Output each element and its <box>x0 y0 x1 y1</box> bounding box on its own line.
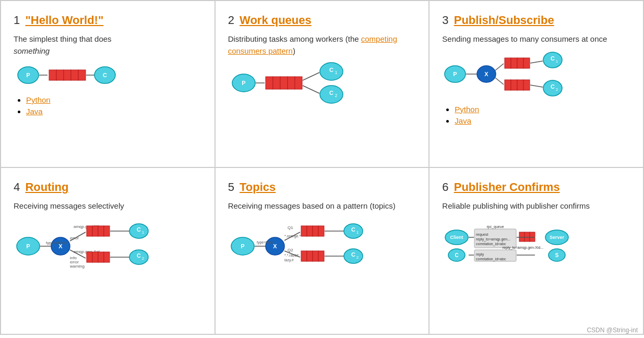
card-work-queues: 2 Work queues Distributing tasks among w… <box>215 1 430 167</box>
svg-text:C: C <box>351 226 355 233</box>
svg-rect-104 <box>313 251 318 261</box>
card-2-title: 2 Work queues <box>228 14 416 27</box>
svg-text:Server: Server <box>550 235 565 240</box>
svg-text:P: P <box>26 72 30 78</box>
card-1-java-link[interactable]: Java <box>26 107 43 116</box>
svg-text:warning: warning <box>69 264 85 269</box>
card-3-link[interactable]: Publish/Subscribe <box>454 14 554 27</box>
svg-rect-17 <box>273 77 280 89</box>
svg-rect-124 <box>519 232 524 242</box>
card-6-link[interactable]: Publisher Confirms <box>454 180 560 194</box>
svg-text:1: 1 <box>356 230 359 235</box>
svg-rect-99 <box>307 226 313 236</box>
svg-text:X: X <box>485 71 489 77</box>
svg-rect-103 <box>307 251 313 261</box>
card-4-number: 4 <box>14 180 20 194</box>
card-4-diagram: P X type=direct amqp.gen-59b... error am… <box>14 218 202 277</box>
svg-rect-73 <box>92 252 98 262</box>
svg-text:C: C <box>551 83 555 90</box>
svg-text:C: C <box>455 252 459 258</box>
svg-text:Q2: Q2 <box>288 248 293 252</box>
main-grid: 1 "Hello World!" The simplest thing that… <box>0 0 644 335</box>
card-4-link[interactable]: Routing <box>25 180 68 194</box>
svg-text:type=direct: type=direct <box>46 240 67 245</box>
svg-rect-102 <box>301 251 307 261</box>
svg-text:lazy.#: lazy.# <box>284 258 294 262</box>
svg-text:X: X <box>273 243 277 249</box>
svg-text:S: S <box>555 252 559 258</box>
card-publisher-confirms: 6 Publisher Confirms Reliable publishing… <box>429 167 643 334</box>
svg-rect-69 <box>92 226 98 236</box>
svg-text:request: request <box>476 233 488 237</box>
svg-rect-71 <box>104 226 110 236</box>
svg-text:rpc_queue: rpc_queue <box>487 225 504 229</box>
svg-text:1: 1 <box>142 230 145 235</box>
card-5-link[interactable]: Topics <box>240 180 276 194</box>
card-2-desc: Distributing tasks among workers (the co… <box>228 33 416 57</box>
card-5-desc: Receiving messages based on a pattern (t… <box>228 200 416 212</box>
svg-rect-72 <box>87 252 92 262</box>
svg-text:C: C <box>329 67 333 73</box>
card-3-java-link[interactable]: Java <box>455 116 471 125</box>
card-1-desc: The simplest thing that doessomething <box>14 33 202 57</box>
svg-rect-75 <box>104 252 110 262</box>
svg-text:C: C <box>551 55 555 62</box>
card-5-diagram: P X type=topic Q1 *.orange.* Q2 *.*.rabb… <box>228 218 416 277</box>
card-1-number: 1 <box>14 14 20 27</box>
card-3-diagram: P X <box>442 51 630 100</box>
svg-rect-8 <box>78 70 86 80</box>
card-topics: 5 Topics Receiving messages based on a p… <box>215 167 430 334</box>
svg-text:Q1: Q1 <box>288 225 293 230</box>
svg-rect-4 <box>49 70 56 80</box>
svg-text:reply_to=amqp.gen-Xid...: reply_to=amqp.gen-Xid... <box>503 246 543 250</box>
card-6-diagram: Client C rpc_queue request reply_to=amqp… <box>442 218 630 272</box>
card-4-title: 4 Routing <box>14 180 202 194</box>
card-3-desc: Sending messages to many consumers at on… <box>442 33 630 45</box>
svg-rect-126 <box>530 232 535 242</box>
svg-text:C: C <box>351 251 355 258</box>
svg-text:C: C <box>137 252 141 259</box>
svg-rect-43 <box>517 80 523 90</box>
svg-rect-100 <box>313 226 318 236</box>
svg-text:P: P <box>454 71 457 77</box>
svg-text:reply: reply <box>476 252 484 257</box>
card-3-title: 3 Publish/Subscribe <box>442 14 630 27</box>
svg-rect-74 <box>98 252 104 262</box>
svg-rect-37 <box>505 58 511 68</box>
card-1-link[interactable]: "Hello World!" <box>25 14 103 27</box>
svg-rect-42 <box>511 80 517 90</box>
svg-text:2: 2 <box>356 255 359 260</box>
card-5-title: 5 Topics <box>228 180 416 194</box>
svg-text:P: P <box>242 80 245 86</box>
svg-line-46 <box>530 85 543 87</box>
card-2-pattern-link[interactable]: competing consumers pattern <box>228 34 397 55</box>
card-6-title: 6 Publisher Confirms <box>442 180 630 194</box>
svg-text:type=topic: type=topic <box>257 240 274 245</box>
svg-text:correlation_id=abc: correlation_id=abc <box>476 257 506 261</box>
svg-line-36 <box>495 78 504 84</box>
svg-text:P: P <box>241 243 244 249</box>
svg-text:C: C <box>103 72 107 78</box>
svg-line-21 <box>303 73 319 80</box>
card-1-python-link[interactable]: Python <box>26 95 51 104</box>
watermark: CSDN @String-int <box>587 327 638 334</box>
svg-line-45 <box>530 61 543 63</box>
svg-text:reply_to=amqp.gen...: reply_to=amqp.gen... <box>476 237 510 242</box>
card-1-diagram: P C <box>14 62 202 90</box>
svg-rect-6 <box>64 70 71 80</box>
card-6-number: 6 <box>442 180 448 194</box>
svg-line-22 <box>303 86 319 93</box>
svg-rect-16 <box>266 77 273 89</box>
svg-text:2: 2 <box>142 256 145 261</box>
card-3-python-link[interactable]: Python <box>455 105 479 114</box>
svg-text:correlation_id=abc: correlation_id=abc <box>476 242 506 246</box>
svg-text:1: 1 <box>335 70 337 75</box>
card-2-number: 2 <box>228 14 234 27</box>
card-5-number: 5 <box>228 180 234 194</box>
card-2-link[interactable]: Work queues <box>240 14 312 27</box>
card-routing: 4 Routing Receiving messages selectively… <box>1 167 215 334</box>
svg-rect-98 <box>301 226 307 236</box>
svg-text:2: 2 <box>335 93 337 98</box>
svg-rect-5 <box>56 70 64 80</box>
svg-rect-18 <box>280 77 288 89</box>
